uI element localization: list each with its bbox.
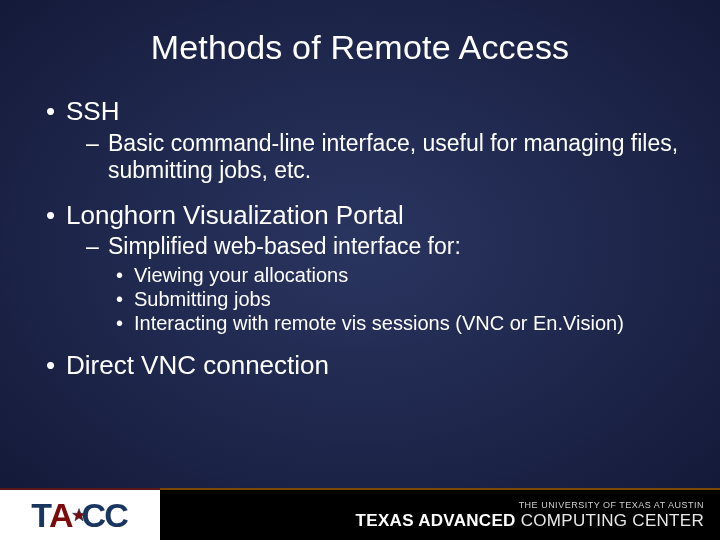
- slide-content: • SSH – Basic command-line interface, us…: [40, 95, 680, 381]
- logo-letter: C: [104, 496, 129, 535]
- l2-text: Simplified web-based interface for:: [108, 233, 461, 261]
- bullet-icon: •: [116, 313, 134, 333]
- logo-letter: A: [49, 496, 74, 535]
- l1-text: SSH: [66, 95, 119, 128]
- list-item: • Longhorn Visualization Portal – Simpli…: [46, 199, 680, 335]
- logo-letter: C: [82, 496, 107, 535]
- list-item: • Interacting with remote vis sessions (…: [116, 311, 680, 335]
- bullet-icon: •: [46, 202, 66, 228]
- dash-icon: –: [86, 233, 108, 260]
- university-line: THE UNIVERSITY OF TEXAS AT AUSTIN: [519, 500, 704, 510]
- bullet-icon: •: [46, 352, 66, 378]
- center-bold: TEXAS ADVANCED: [356, 511, 516, 530]
- list-item: • SSH – Basic command-line interface, us…: [46, 95, 680, 185]
- l2-text: Basic command-line interface, useful for…: [108, 130, 680, 185]
- bullet-icon: •: [116, 289, 134, 309]
- list-item: • Submitting jobs: [116, 287, 680, 311]
- l3-text: Viewing your allocations: [134, 263, 348, 287]
- bullet-icon: •: [116, 265, 134, 285]
- l3-text: Interacting with remote vis sessions (VN…: [134, 311, 624, 335]
- list-item: – Basic command-line interface, useful f…: [86, 130, 680, 185]
- tacc-logo: T A C C: [31, 496, 128, 535]
- list-item: – Simplified web-based interface for: • …: [86, 233, 680, 335]
- list-item: • Direct VNC connection: [46, 349, 680, 382]
- footer-logo-box: T A C C: [0, 488, 160, 540]
- slide-title: Methods of Remote Access: [40, 28, 680, 67]
- l1-text: Direct VNC connection: [66, 349, 329, 382]
- slide: Methods of Remote Access • SSH – Basic c…: [0, 0, 720, 540]
- l1-text: Longhorn Visualization Portal: [66, 199, 404, 232]
- bullet-icon: •: [46, 98, 66, 124]
- footer-text-box: THE UNIVERSITY OF TEXAS AT AUSTIN TEXAS …: [160, 488, 720, 540]
- dash-icon: –: [86, 130, 108, 157]
- footer: T A C C THE UNIVERSITY OF TEXAS AT AUSTI…: [0, 488, 720, 540]
- list-item: • Viewing your allocations: [116, 263, 680, 287]
- center-line: TEXAS ADVANCED COMPUTING CENTER: [356, 511, 704, 531]
- center-light: COMPUTING CENTER: [516, 511, 704, 530]
- l3-text: Submitting jobs: [134, 287, 271, 311]
